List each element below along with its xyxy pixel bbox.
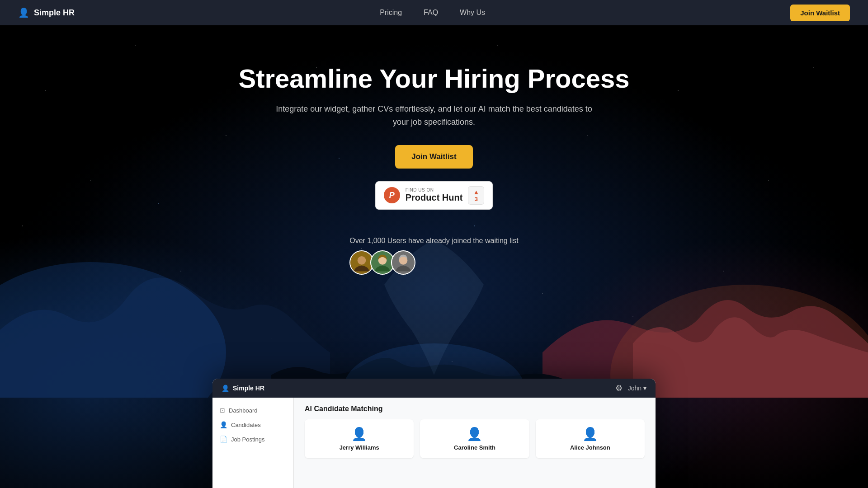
navbar: 👤 Simple HR Pricing FAQ Why Us Join Wait… [0, 0, 868, 25]
sidebar-jobpostings-label: Job Postings [231, 436, 264, 443]
brand-name: Simple HR [34, 8, 75, 18]
nav-join-waitlist-button[interactable]: Join Waitlist [790, 5, 850, 21]
avatar-group [349, 250, 519, 275]
product-hunt-name: Product Hunt [406, 192, 463, 203]
app-titlebar: 👤 Simple HR ⚙ John ▾ [212, 379, 656, 398]
dashboard-icon: ⊡ [220, 407, 225, 414]
hero-section: Streamline Your Hiring Process Integrate… [0, 0, 868, 488]
app-main-content: AI Candidate Matching 👤 Jerry Williams 👤… [294, 398, 656, 488]
nav-link-faq[interactable]: FAQ [424, 9, 438, 17]
product-hunt-logo: P [384, 187, 400, 203]
user-menu-button[interactable]: John ▾ [628, 385, 646, 392]
sidebar-item-candidates[interactable]: 👤 Candidates [212, 418, 293, 432]
nav-link-why-us[interactable]: Why Us [460, 9, 485, 17]
social-proof-section: Over 1,000 Users have already joined the… [349, 237, 519, 275]
candidates-section-title: AI Candidate Matching [305, 405, 645, 413]
sidebar-item-job-postings[interactable]: 📄 Job Postings [212, 432, 293, 446]
hero-join-waitlist-button[interactable]: Join Waitlist [395, 145, 473, 169]
app-titlebar-right: ⚙ John ▾ [615, 383, 646, 393]
hero-subtitle: Integrate our widget, gather CVs effortl… [276, 103, 592, 129]
candidate-name-1: Caroline Smith [454, 444, 495, 451]
user-name-label: John [628, 385, 642, 392]
candidate-person-icon-2: 👤 [582, 427, 598, 441]
svg-point-4 [358, 256, 366, 265]
app-person-icon: 👤 [222, 385, 229, 392]
sidebar-item-dashboard[interactable]: ⊡ Dashboard [212, 403, 293, 418]
sidebar-candidates-label: Candidates [231, 422, 261, 428]
product-hunt-find-text: FIND US ON [406, 188, 463, 192]
nav-links: Pricing FAQ Why Us [380, 9, 485, 17]
candidate-name-2: Alice Johnson [570, 444, 610, 451]
hero-content: Streamline Your Hiring Process Integrate… [0, 63, 868, 237]
app-sidebar: ⊡ Dashboard 👤 Candidates 📄 Job Postings [212, 398, 294, 488]
upvote-arrow-icon: ▲ [473, 188, 479, 196]
chevron-down-icon: ▾ [643, 385, 646, 392]
product-hunt-text: FIND US ON Product Hunt [406, 188, 463, 203]
app-body: ⊡ Dashboard 👤 Candidates 📄 Job Postings … [212, 398, 656, 488]
person-icon: 👤 [18, 7, 29, 18]
app-preview: 👤 Simple HR ⚙ John ▾ ⊡ Dashboar [212, 379, 656, 488]
app-window: 👤 Simple HR ⚙ John ▾ ⊡ Dashboar [212, 379, 656, 488]
product-hunt-badge[interactable]: P FIND US ON Product Hunt ▲ 3 [375, 181, 493, 210]
upvote-count: 3 [475, 196, 478, 202]
candidate-name-0: Jerry Williams [340, 444, 379, 451]
app-brand-name: Simple HR [233, 385, 264, 392]
product-hunt-upvote[interactable]: ▲ 3 [468, 186, 484, 205]
candidate-person-icon-1: 👤 [467, 427, 482, 441]
hero-title: Streamline Your Hiring Process [0, 63, 868, 94]
social-proof-text: Over 1,000 Users have already joined the… [349, 237, 519, 245]
app-brand: 👤 Simple HR [222, 385, 264, 392]
sidebar-dashboard-label: Dashboard [229, 407, 258, 414]
candidates-grid: 👤 Jerry Williams 👤 Caroline Smith 👤 Alic… [305, 419, 645, 458]
svg-point-0 [0, 262, 226, 398]
brand-logo: 👤 Simple HR [18, 7, 75, 18]
candidates-icon: 👤 [220, 421, 227, 428]
candidate-card-0: 👤 Jerry Williams [305, 419, 414, 458]
settings-gear-button[interactable]: ⚙ [615, 383, 623, 393]
avatar-3 [391, 250, 415, 275]
nav-link-pricing[interactable]: Pricing [380, 9, 402, 17]
candidate-card-1: 👤 Caroline Smith [420, 419, 529, 458]
candidate-card-2: 👤 Alice Johnson [536, 419, 645, 458]
job-postings-icon: 📄 [220, 436, 227, 443]
candidate-person-icon-0: 👤 [351, 427, 367, 441]
